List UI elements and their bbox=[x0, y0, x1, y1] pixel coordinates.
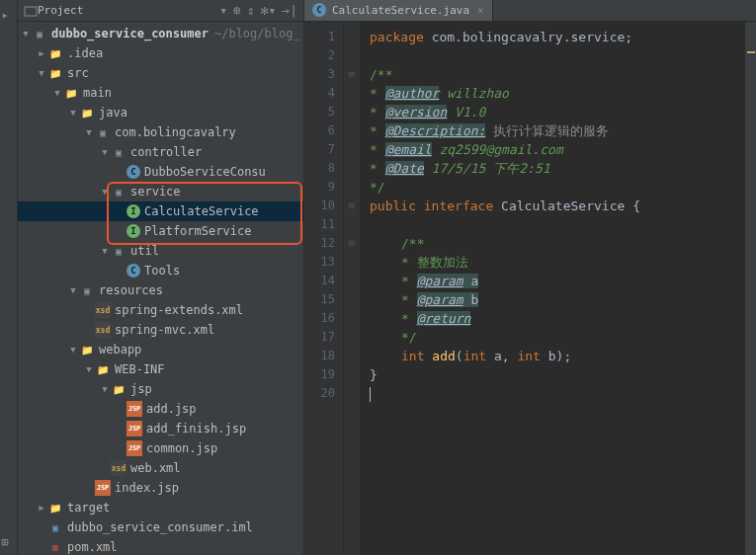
dropdown-icon[interactable]: ▾ bbox=[219, 3, 227, 18]
tree-ext-xml[interactable]: xsdspring-extends.xml bbox=[18, 300, 303, 320]
tree-jsp[interactable]: ▼📁jsp bbox=[18, 379, 303, 399]
svg-rect-0 bbox=[25, 7, 37, 16]
tree-util[interactable]: ▼▣util bbox=[18, 241, 303, 261]
project-tool-icon[interactable]: ▸ bbox=[2, 8, 16, 22]
editor-tabs: C CalculateService.java × bbox=[304, 0, 756, 22]
gear-icon[interactable]: ✻▾ bbox=[261, 3, 277, 18]
code-content[interactable]: package com.bolingcavalry.service; /** *… bbox=[360, 22, 744, 555]
tree-main[interactable]: ▼📁main bbox=[18, 83, 303, 103]
tree-java[interactable]: ▼📁java bbox=[18, 103, 303, 122]
project-icon bbox=[24, 4, 38, 18]
target-icon[interactable]: ⊕ bbox=[233, 3, 241, 18]
line-numbers: 1234567891011121314151617181920 bbox=[304, 22, 344, 555]
tab-label: CalculateService.java bbox=[332, 4, 469, 17]
tree-addjsp[interactable]: JSPadd.jsp bbox=[18, 399, 303, 419]
close-icon[interactable]: × bbox=[477, 4, 484, 17]
tree-pom[interactable]: mpom.xml bbox=[18, 537, 303, 555]
left-gutter: ▸ ⊞ bbox=[0, 0, 18, 555]
tree-addfjsp[interactable]: JSPadd_finish.jsp bbox=[18, 419, 303, 438]
hide-icon[interactable]: →| bbox=[282, 3, 297, 18]
tree-resources[interactable]: ▼▣resources bbox=[18, 280, 303, 300]
caret bbox=[370, 387, 371, 402]
project-tree[interactable]: ▼▣dubbo_service_consumer~/blog/blog_ ▶📁.… bbox=[18, 22, 303, 555]
project-panel-header: Project ▾ ⊕ ⇕ ✻▾ →| bbox=[18, 0, 303, 22]
tree-commonjsp[interactable]: JSPcommon.jsp bbox=[18, 438, 303, 458]
tree-root[interactable]: ▼▣dubbo_service_consumer~/blog/blog_ bbox=[18, 24, 303, 43]
tree-indexjsp[interactable]: JSPindex.jsp bbox=[18, 478, 303, 498]
tree-controller[interactable]: ▼▣controller bbox=[18, 142, 303, 162]
tree-dubbo-ctrl[interactable]: CDubboServiceConsu bbox=[18, 162, 303, 182]
tree-webapp[interactable]: ▼📁webapp bbox=[18, 340, 303, 359]
project-panel-title: Project bbox=[38, 4, 213, 17]
editor-area: C CalculateService.java × 12345678910111… bbox=[304, 0, 756, 555]
tree-mvc-xml[interactable]: xsdspring-mvc.xml bbox=[18, 320, 303, 340]
tree-target[interactable]: ▶📁target bbox=[18, 498, 303, 517]
tree-plat-service[interactable]: IPlatformService bbox=[18, 221, 303, 241]
collapse-icon[interactable]: ⇕ bbox=[247, 3, 255, 18]
tree-pkg[interactable]: ▼▣com.bolingcavalry bbox=[18, 122, 303, 142]
tree-webinf[interactable]: ▼📁WEB-INF bbox=[18, 359, 303, 379]
tree-iml[interactable]: ▣dubbo_service_consumer.iml bbox=[18, 517, 303, 537]
tree-calc-service[interactable]: ICalculateService bbox=[18, 201, 303, 221]
structure-tool-icon[interactable]: ⊞ bbox=[2, 535, 16, 549]
warning-marker[interactable] bbox=[747, 51, 755, 53]
right-marker-bar[interactable] bbox=[744, 22, 756, 555]
tree-idea[interactable]: ▶📁.idea bbox=[18, 43, 303, 63]
ide-root: ▸ ⊞ Project ▾ ⊕ ⇕ ✻▾ →| ▼▣dubbo_service_… bbox=[0, 0, 756, 555]
tree-tools[interactable]: CTools bbox=[18, 261, 303, 280]
tab-calculate-service[interactable]: C CalculateService.java × bbox=[304, 0, 493, 21]
tree-webxml[interactable]: xsdweb.xml bbox=[18, 458, 303, 478]
java-class-icon: C bbox=[312, 3, 326, 17]
code-editor[interactable]: 1234567891011121314151617181920 ⊟ ⊟ ⊟ pa… bbox=[304, 22, 756, 555]
fold-gutter[interactable]: ⊟ ⊟ ⊟ bbox=[344, 22, 360, 555]
project-panel: Project ▾ ⊕ ⇕ ✻▾ →| ▼▣dubbo_service_cons… bbox=[18, 0, 304, 555]
tree-src[interactable]: ▼📁src bbox=[18, 63, 303, 83]
tree-service[interactable]: ▼▣service bbox=[18, 182, 303, 201]
